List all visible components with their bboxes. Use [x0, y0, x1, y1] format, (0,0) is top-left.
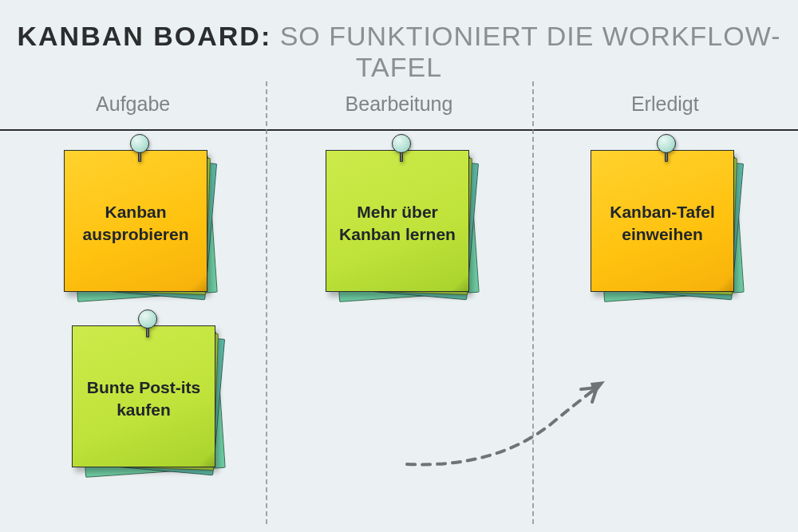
sticky-note: Kanban-Tafel einweihen [591, 150, 742, 301]
note-text: Bunte Post-its kaufen [72, 325, 215, 467]
note-text: Kanban ausprobieren [64, 150, 207, 292]
pushpin-icon [390, 134, 413, 164]
page-title: KANBAN BOARD: SO FUNKTIONIERT DIE WORKFL… [0, 0, 798, 83]
pushpin-icon [136, 309, 159, 340]
title-rest: SO FUNKTIONIERT DIE WORKFLOW-TAFEL [271, 21, 780, 82]
note-text: Mehr über Kanban lernen [326, 150, 469, 292]
title-bold: KANBAN BOARD: [17, 21, 271, 51]
sticky-note: Bunte Post-its kaufen [72, 325, 223, 477]
column-header: Erledigt [532, 81, 798, 129]
pushpin-icon [128, 134, 151, 164]
note-text: Kanban-Tafel einweihen [591, 150, 734, 292]
pushpin-icon [655, 134, 678, 164]
column-header: Aufgabe [0, 81, 266, 129]
kanban-board: Aufgabe Bearbeitung Erledigt Kanban ausp… [0, 81, 798, 532]
sticky-note: Kanban ausprobieren [64, 150, 215, 301]
sticky-note: Mehr über Kanban lernen [326, 150, 477, 301]
column-header: Bearbeitung [266, 81, 531, 129]
